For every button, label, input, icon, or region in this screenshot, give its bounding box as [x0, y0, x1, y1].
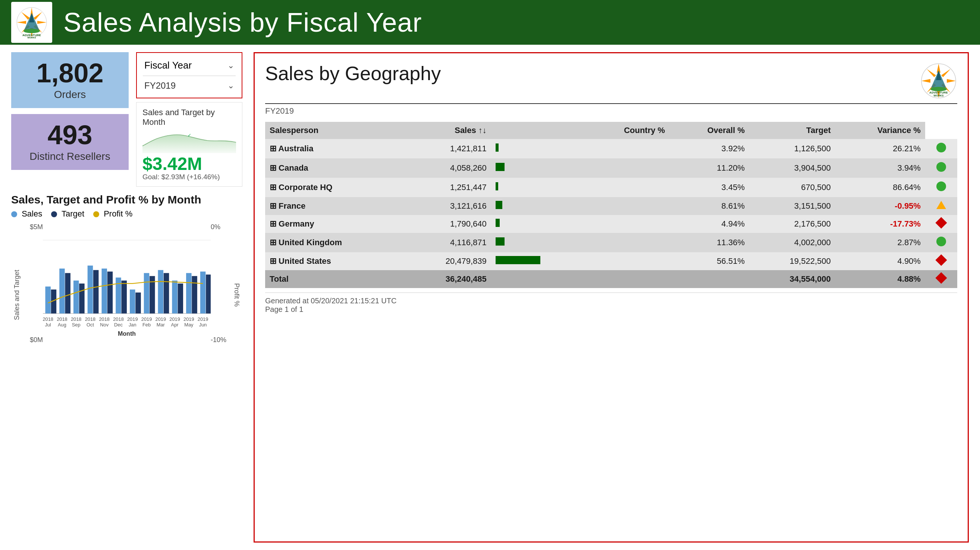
svg-rect-22	[73, 281, 79, 313]
svg-text:Oct: Oct	[86, 322, 94, 328]
col-overall-pct: Overall %	[669, 122, 749, 139]
legend-target: Target	[51, 209, 84, 219]
svg-rect-32	[144, 273, 149, 313]
svg-text:2019: 2019	[127, 316, 138, 322]
sales-by-geography-panel: Sales by Geography ADVENTURE	[254, 52, 969, 542]
svg-rect-36	[172, 281, 177, 313]
svg-point-11	[24, 29, 40, 33]
cell-name: ⊞ Canada	[265, 159, 405, 178]
table-row: ⊞ France 3,121,616 8.61% 3,151,500 -0.95…	[265, 197, 957, 215]
cell-bar	[491, 252, 584, 270]
col-bar	[491, 122, 584, 139]
total-status	[925, 270, 957, 288]
cell-country-pct	[584, 252, 670, 270]
header: ADVENTURE WORKS Sales Analysis by Fiscal…	[0, 0, 980, 45]
resellers-kpi: 493 Distinct Resellers	[11, 114, 129, 170]
cell-status	[925, 178, 957, 197]
cell-overall-pct: 11.36%	[669, 233, 749, 252]
total-bar	[491, 270, 584, 288]
cell-status	[925, 215, 957, 233]
footer-line2: Page 1 of 1	[265, 305, 957, 314]
svg-text:Jul: Jul	[45, 322, 51, 328]
table-row: ⊞ Australia 1,421,811 3.92% 1,126,500 26…	[265, 139, 957, 159]
svg-text:Apr: Apr	[171, 322, 179, 328]
cell-variance: 4.90%	[835, 252, 925, 270]
svg-rect-31	[135, 293, 141, 313]
cell-sales: 4,116,871	[405, 233, 491, 252]
filter-label: Fiscal Year	[144, 60, 192, 71]
svg-text:ADVENTURE: ADVENTURE	[929, 91, 948, 94]
svg-text:2019: 2019	[169, 316, 180, 322]
cell-status	[925, 197, 957, 215]
cell-sales: 20,479,839	[405, 252, 491, 270]
chart-title: Sales, Target and Profit % by Month	[11, 193, 242, 206]
svg-rect-37	[178, 284, 183, 313]
col-country-pct: Country %	[584, 122, 670, 139]
cell-name: ⊞ United States	[265, 252, 405, 270]
resellers-value: 493	[47, 122, 92, 148]
logo-icon: ADVENTURE WORKS	[15, 6, 48, 39]
fiscal-year-dropdown[interactable]: Fiscal Year ⌄	[143, 57, 235, 74]
cell-variance: 2.87%	[835, 233, 925, 252]
chart-svg: 2018 Jul 2018 Aug 2018 Sep 2018 Oct 2018…	[43, 223, 211, 365]
chart-legend: Sales Target Profit %	[11, 209, 242, 219]
cell-overall-pct: 8.61%	[669, 197, 749, 215]
aw-logo-geo: ADVENTURE WORKS	[920, 62, 957, 100]
cell-status	[925, 252, 957, 270]
cell-status	[925, 233, 957, 252]
total-sales: 36,240,485	[405, 270, 491, 288]
svg-text:Nov: Nov	[100, 322, 108, 328]
total-label: Total	[265, 270, 405, 288]
cell-variance: 26.21%	[835, 139, 925, 159]
table-row: ⊞ Corporate HQ 1,251,447 3.45% 670,500 8…	[265, 178, 957, 197]
cell-name: ⊞ Australia	[265, 139, 405, 159]
svg-text:2019: 2019	[198, 316, 208, 322]
total-country	[584, 270, 670, 288]
svg-text:2019: 2019	[142, 316, 152, 322]
sparkline: ✓	[142, 129, 236, 155]
svg-rect-30	[130, 290, 135, 313]
table-row: ⊞ United Kingdom 4,116,871 11.36% 4,002,…	[265, 233, 957, 252]
cell-target: 19,522,500	[749, 252, 835, 270]
cell-country-pct	[584, 159, 670, 178]
svg-text:Sep: Sep	[72, 322, 81, 328]
geo-title: Sales by Geography	[265, 62, 441, 85]
total-overall	[669, 270, 749, 288]
orders-kpi: 1,802 Orders	[11, 52, 129, 108]
cell-target: 2,176,500	[749, 215, 835, 233]
fiscal-year-filter[interactable]: Fiscal Year ⌄ FY2019 ⌄	[136, 52, 242, 98]
cell-country-pct	[584, 139, 670, 159]
cell-country-pct	[584, 197, 670, 215]
cell-country-pct	[584, 215, 670, 233]
target-dot	[51, 211, 57, 217]
cell-overall-pct: 56.51%	[669, 252, 749, 270]
profit-dot	[93, 211, 99, 217]
y2-tick-0: 0%	[211, 223, 220, 231]
cell-status	[925, 159, 957, 178]
fiscal-year-value-dropdown[interactable]: FY2019 ⌄	[143, 78, 235, 94]
cell-sales: 1,790,640	[405, 215, 491, 233]
svg-text:✓: ✓	[188, 133, 191, 138]
orders-value: 1,802	[36, 60, 103, 86]
table-row: ⊞ United States 20,479,839 56.51% 19,522…	[265, 252, 957, 270]
cell-bar	[491, 215, 584, 233]
svg-rect-34	[158, 270, 163, 314]
svg-rect-27	[107, 272, 113, 314]
svg-rect-25	[93, 270, 99, 314]
svg-text:May: May	[184, 322, 194, 328]
sales-month-card: Sales and Target by Month	[136, 102, 242, 187]
resellers-label: Distinct Resellers	[29, 151, 110, 162]
cell-name: ⊞ Corporate HQ	[265, 178, 405, 197]
svg-text:Jun: Jun	[199, 322, 207, 328]
sales-dot	[11, 211, 17, 217]
cell-target: 670,500	[749, 178, 835, 197]
geography-table: Salesperson Sales ↑↓ Country % Overall %…	[265, 122, 957, 288]
filter-selected: FY2019	[144, 81, 176, 91]
cell-bar	[491, 178, 584, 197]
svg-text:2018: 2018	[43, 316, 53, 322]
table-row: ⊞ Canada 4,058,260 11.20% 3,904,500 3.94…	[265, 159, 957, 178]
svg-rect-29	[122, 281, 127, 313]
y-axis-label: Sales and Target	[13, 270, 21, 320]
chart-section: Sales, Target and Profit % by Month Sale…	[11, 193, 242, 366]
svg-rect-38	[186, 273, 191, 313]
